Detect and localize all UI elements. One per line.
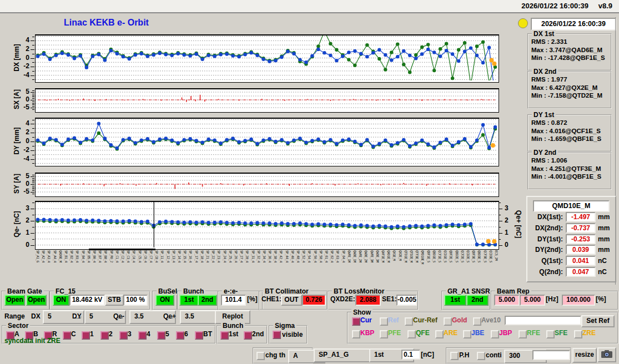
sigma-visible-label: visible	[282, 331, 303, 338]
chg-th-checkbox[interactable]	[256, 352, 265, 360]
screenshot-button[interactable]	[597, 347, 616, 362]
show-are-checkbox[interactable]	[435, 330, 444, 338]
bunch-select-1st-checkbox[interactable]	[220, 331, 229, 340]
sector-3-checkbox[interactable]	[119, 331, 128, 340]
y-axis-tick	[32, 37, 34, 37]
y-axis-tick	[31, 141, 34, 142]
y-axis-right-tick	[499, 203, 501, 203]
sector-c-checkbox[interactable]	[63, 331, 71, 340]
sector-2-checkbox[interactable]	[100, 331, 109, 340]
extra-input[interactable]	[532, 350, 570, 360]
range-dy-label: DY	[72, 312, 82, 320]
bt-collimator-label: BT Collimator	[263, 287, 310, 295]
y-axis-tick	[32, 189, 34, 189]
bunch-2nd-button[interactable]: 2nd	[198, 295, 217, 306]
y-axis-tick	[32, 239, 34, 240]
dx-1st-rms: RMS : 2.331	[529, 38, 611, 46]
bpm-name-label: SP_C6_4	[144, 250, 148, 262]
dy-1st-min: Min : -1.659@QBF1E_S	[529, 135, 611, 143]
dx-1st-min: Min : -17.428@QBF1E_S	[529, 54, 611, 62]
sector-label: Sector	[6, 322, 30, 330]
y-axis-tick-label: 0	[18, 241, 29, 249]
y-axis-tick-label: 0	[18, 180, 29, 188]
sigma-visible-checkbox[interactable]	[273, 331, 281, 339]
y-axis-right-tick-label: 1	[505, 229, 516, 236]
busel-on-button[interactable]: ON	[155, 295, 174, 306]
bpm-name-label: SP_36_4	[268, 250, 272, 262]
bpm-name-label: SP_61_4	[325, 250, 329, 262]
range-dx-label: DX	[31, 312, 41, 320]
y-axis-tick-label: 0	[18, 54, 29, 62]
y-axis-tick	[31, 75, 34, 76]
sector-4-checkbox[interactable]	[138, 331, 147, 340]
y-axis-right-tick-label: 3	[505, 204, 516, 212]
show-kbp-checkbox[interactable]	[352, 330, 360, 338]
bpm-name-label: SP_28_4	[245, 250, 249, 262]
resize-button[interactable]: resize	[572, 348, 597, 363]
sector-c-label: C	[71, 330, 76, 338]
y-axis-right-tick	[499, 233, 502, 234]
show-are-label: ARE	[444, 329, 457, 337]
che1-out-button[interactable]: OUT	[281, 295, 302, 306]
sector-bt-checkbox[interactable]	[195, 331, 203, 340]
gr-a1-1st-button[interactable]: 1st	[444, 295, 466, 306]
beam-gate-open-1-button[interactable]: Open	[4, 295, 25, 306]
bpm-name-label: QCF1E_S	[438, 250, 442, 262]
y-axis-tick	[31, 245, 34, 246]
che1-label: CHE1:	[261, 295, 281, 303]
bpm-name-label: QMD10E_M	[421, 250, 425, 264]
bpm-name-label: SP_31_4	[251, 250, 255, 262]
bunch-select-2nd-checkbox[interactable]	[244, 331, 252, 340]
bpm-name-label: SP_54_4	[308, 250, 311, 262]
show-zre-checkbox[interactable]	[574, 330, 582, 338]
show-jbp-checkbox[interactable]	[491, 330, 499, 338]
dx-2nd-rms: RMS : 1.977	[529, 75, 611, 84]
bpm-name-label: SP_B4_4	[82, 250, 85, 262]
y-axis-right-tick	[499, 209, 502, 209]
y-axis-tick	[31, 58, 34, 59]
bpm-name-label: QCD2E_S	[466, 250, 470, 262]
bunch-1st-button[interactable]: 1st	[179, 295, 199, 306]
y-axis-tick	[32, 215, 34, 215]
show-gold-checkbox[interactable]	[444, 317, 452, 326]
show-sfe-checkbox[interactable]	[546, 330, 555, 338]
show-pfe-checkbox[interactable]	[380, 330, 388, 338]
threshold-input[interactable]	[401, 350, 420, 360]
dx-orbit-plot	[35, 34, 499, 83]
beam-gate-open-2-button[interactable]: Open	[26, 295, 47, 306]
ph-checkbox[interactable]	[450, 352, 459, 360]
show-qfe-checkbox[interactable]	[407, 330, 416, 338]
set-ref-button[interactable]: Set Ref	[581, 315, 615, 327]
fc15-on-button[interactable]: ON	[53, 295, 69, 306]
show-rfe-checkbox[interactable]	[519, 330, 527, 338]
y-axis-tick	[31, 133, 34, 133]
show-cur-checkbox[interactable]	[352, 317, 360, 326]
bpm-name-label: QBD3E_S	[477, 250, 481, 262]
sector-6-label: 6	[184, 330, 188, 338]
sector-1-checkbox[interactable]	[82, 331, 90, 340]
show-cur-ref-checkbox[interactable]	[405, 317, 413, 326]
sector-5-checkbox[interactable]	[157, 331, 165, 340]
y-axis-tick	[32, 79, 34, 80]
bpm-name-label: SP_63_4	[336, 250, 340, 262]
sector-6-checkbox[interactable]	[176, 331, 184, 340]
gr-a1-2nd-button[interactable]: 2nd	[466, 295, 489, 306]
show-zre-label: ZRE	[582, 329, 596, 337]
conti-checkbox[interactable]	[477, 352, 485, 360]
fc15-kv-value: 18.462 kV	[69, 295, 105, 306]
dy-1st-stats-title: DY 1st	[532, 111, 556, 119]
y-axis-tick-label: 0	[18, 137, 29, 145]
y-axis-tick	[31, 184, 34, 185]
bpm-detail-row-unit: mm	[598, 235, 610, 243]
dy-1st-rms: RMS : 0.872	[529, 119, 611, 127]
bpm-name-label: SP_21_4	[206, 250, 210, 262]
bpm-name-label: SP_B1_4	[64, 250, 68, 262]
show-ave10-checkbox[interactable]	[473, 317, 481, 326]
bpm-name-label: SP_26_4	[234, 250, 238, 262]
ref-file-input[interactable]	[505, 316, 581, 325]
show-ref-checkbox[interactable]	[380, 317, 388, 326]
y-axis-right-tick	[499, 221, 502, 221]
show-jbe-checkbox[interactable]	[463, 330, 471, 338]
bpm-name-label: SP_62_4	[330, 250, 334, 262]
show-ref-label: Ref	[388, 316, 399, 324]
